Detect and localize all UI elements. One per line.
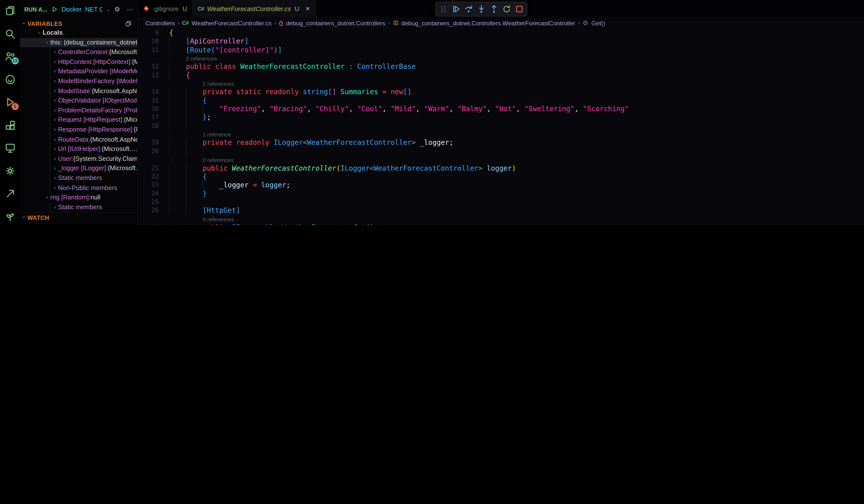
step-into-icon[interactable]: [477, 4, 486, 14]
breadcrumb-item[interactable]: debug_containers_dotnet.Controllers.Weat…: [401, 20, 575, 26]
variable-row[interactable]: ›rng [Random]: null: [20, 193, 137, 202]
codelens-references[interactable]: 0 references: [203, 215, 234, 223]
code-line[interactable]: 11 [Route("[controller]")]: [138, 46, 864, 54]
code-line[interactable]: 20: [138, 147, 864, 155]
variable-text: ObjectValidator [IObjectModel…: [58, 96, 137, 106]
code-line[interactable]: 27 public IEnumerable<WeatherForecast> G…: [138, 223, 864, 225]
code-token: ]: [236, 206, 240, 214]
variable-row[interactable]: ›Locals: [20, 28, 137, 38]
code-line[interactable]: 2 references: [138, 54, 864, 62]
breadcrumb-item[interactable]: Get(): [591, 20, 605, 26]
continue-icon[interactable]: [451, 4, 460, 14]
chevron-icon: ›: [54, 154, 56, 163]
more-actions-icon[interactable]: ⋯: [127, 6, 133, 13]
codelens-references[interactable]: 0 references: [203, 156, 234, 164]
variable-row[interactable]: ›ControllerContext: {Microsoft…: [20, 47, 137, 57]
variables-section-header[interactable]: ›VARIABLES: [20, 19, 137, 28]
remote-explorer-icon[interactable]: [4, 142, 16, 153]
search-icon[interactable]: [4, 28, 16, 39]
code-token: logger: [487, 164, 512, 172]
close-icon[interactable]: ✕: [305, 5, 310, 12]
code-line[interactable]: 0 references: [138, 214, 864, 223]
github-icon[interactable]: [4, 74, 16, 85]
variable-row[interactable]: ›HttpContext [HttpContext]: {M…: [20, 57, 137, 66]
codelens-references[interactable]: 2 references: [203, 80, 234, 88]
variable-row[interactable]: ›ObjectValidator [IObjectModel…: [20, 96, 137, 106]
variable-row[interactable]: ›MetadataProvider [IModelMetad…: [20, 67, 137, 76]
code-line[interactable]: 26 [HttpGet]: [138, 206, 864, 214]
variable-row[interactable]: ›ModelState: {Microsoft.AspNet…: [20, 86, 137, 96]
code-editor[interactable]: 9{10 [ApiController]11 [Route("[controll…: [138, 28, 864, 225]
code-token: Get: [353, 223, 365, 225]
variable-row[interactable]: ›User: {System.Security.Claims…: [20, 154, 137, 164]
gear-icon[interactable]: ⚙: [114, 5, 120, 13]
restart-icon[interactable]: [502, 4, 511, 14]
code-line[interactable]: 14 private static readonly string[] Summ…: [138, 88, 864, 96]
live-share-icon[interactable]: 13: [4, 51, 16, 62]
editor-tab[interactable]: .gitignoreU: [138, 0, 193, 17]
code-token: [169, 71, 186, 79]
step-out-icon[interactable]: [489, 4, 499, 14]
breadcrumb-item[interactable]: WeatherForecastController.cs: [192, 20, 272, 26]
variable-row[interactable]: ›this: {debug_containers_dotnet…: [20, 38, 137, 47]
variable-row[interactable]: ›Response [HttpResponse]: {Mic…: [20, 125, 137, 135]
variables-tree: ›Locals›this: {debug_containers_dotnet…›…: [20, 28, 137, 212]
line-number: 12: [138, 62, 159, 71]
settings-sync-icon[interactable]: [4, 165, 16, 176]
code-token: class: [215, 62, 240, 71]
code-text: [ApiController]: [169, 37, 249, 46]
variable-row[interactable]: ›Url [IUrlHelper]: {Microsoft.…: [20, 144, 137, 154]
code-line[interactable]: 13 {: [138, 71, 864, 79]
extensions-icon[interactable]: [4, 119, 16, 131]
watch-section-header[interactable]: ›WATCH: [20, 212, 137, 222]
code-line[interactable]: 2 references: [138, 79, 864, 88]
breadcrumb-item[interactable]: debug_containers_dotnet.Controllers: [286, 20, 385, 26]
tree-indent-guide: [50, 76, 50, 86]
code-line[interactable]: 22 {: [138, 172, 864, 181]
code-token: (): [365, 223, 374, 225]
start-debug-button[interactable]: [51, 6, 58, 13]
debug-config-dropdown[interactable]: Docker .NET C: [61, 6, 102, 13]
chevron-down-icon[interactable]: ⌄: [106, 7, 110, 12]
variable-row[interactable]: ›ProblemDetailsFactory [Proble…: [20, 106, 137, 115]
code-line[interactable]: 18: [138, 122, 864, 130]
code-line[interactable]: 0 references: [138, 155, 864, 164]
code-line[interactable]: 9{: [138, 28, 864, 37]
plant-icon[interactable]: [4, 211, 16, 222]
code-line[interactable]: 1 reference: [138, 130, 864, 138]
code-token: [169, 96, 203, 105]
variable-row[interactable]: ›ModelBinderFactory [IModelBin…: [20, 76, 137, 86]
code-line[interactable]: 19 private readonly ILogger<WeatherForec…: [138, 138, 864, 147]
code-line[interactable]: 15 {: [138, 96, 864, 105]
step-over-icon[interactable]: [464, 4, 473, 14]
tree-indent-guide: [50, 106, 50, 115]
code-line[interactable]: 24 }: [138, 189, 864, 197]
chevron-icon: ›: [54, 125, 56, 134]
codelens-references[interactable]: 2 references: [186, 54, 217, 63]
collapse-all-icon[interactable]: [125, 20, 132, 27]
code-line[interactable]: 23 _logger = logger;: [138, 181, 864, 189]
code-line[interactable]: 16 "Freezing", "Bracing", "Chilly", "Coo…: [138, 105, 864, 113]
code-line[interactable]: 17 };: [138, 113, 864, 121]
variable-row[interactable]: ›RouteData: {Microsoft.AspNetC…: [20, 135, 137, 144]
code-text: public class WeatherForecastController :…: [169, 62, 416, 71]
code-line[interactable]: 12 public class WeatherForecastControlle…: [138, 62, 864, 71]
variable-row[interactable]: ›Static members: [20, 202, 137, 212]
run-debug-icon[interactable]: 1: [4, 96, 16, 108]
variable-row[interactable]: ›Non-Public members: [20, 183, 137, 193]
editor-tab[interactable]: C#WeatherForecastController.csU✕: [193, 0, 315, 17]
explorer-icon[interactable]: [4, 5, 16, 16]
stop-icon[interactable]: [515, 4, 524, 14]
variable-row[interactable]: ›_logger [ILogger]: {Microsoft…: [20, 164, 137, 173]
variable-text: ModelBinderFactory [IModelBin…: [58, 76, 137, 86]
variable-row[interactable]: ›Static members: [20, 173, 137, 183]
breadcrumb-item[interactable]: Controllers: [145, 20, 175, 26]
code-token: ,: [349, 105, 357, 113]
variable-row[interactable]: ›Request [HttpRequest]: {Micro…: [20, 115, 137, 125]
chevron-icon: ›: [54, 106, 56, 115]
code-line[interactable]: 10 [ApiController]: [138, 37, 864, 46]
share-icon[interactable]: [4, 188, 16, 199]
code-line[interactable]: 25: [138, 198, 864, 206]
code-line[interactable]: 21 public WeatherForecastController(ILog…: [138, 164, 864, 172]
codelens-references[interactable]: 1 reference: [203, 131, 231, 139]
